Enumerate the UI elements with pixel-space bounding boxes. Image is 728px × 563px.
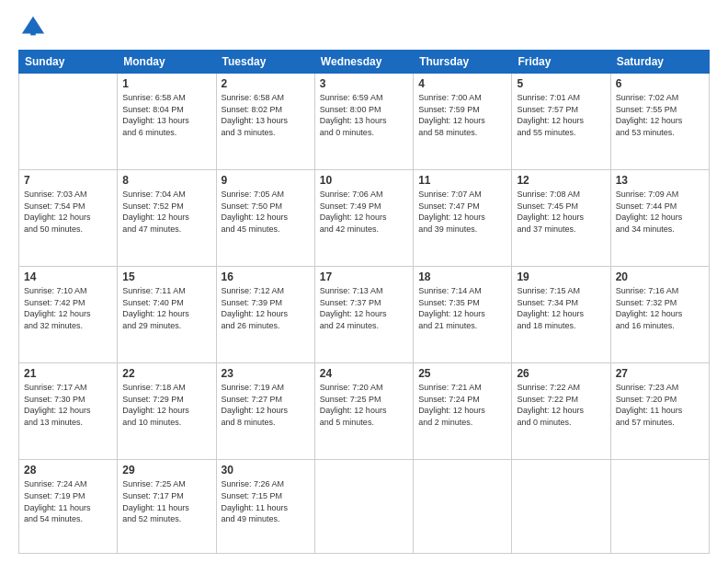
day-number: 23	[222, 367, 310, 380]
day-cell: 15Sunrise: 7:11 AM Sunset: 7:40 PM Dayli…	[118, 267, 216, 363]
day-number: 29	[122, 464, 210, 477]
day-number: 14	[24, 270, 112, 283]
day-info: Sunrise: 7:25 AM Sunset: 7:17 PM Dayligh…	[122, 478, 210, 524]
day-number: 6	[616, 77, 704, 90]
day-info: Sunrise: 7:08 AM Sunset: 7:45 PM Dayligh…	[517, 189, 605, 235]
day-cell: 30Sunrise: 7:26 AM Sunset: 7:15 PM Dayli…	[216, 460, 314, 554]
day-cell: 3Sunrise: 6:59 AM Sunset: 8:00 PM Daylig…	[314, 74, 413, 170]
day-cell: 21Sunrise: 7:17 AM Sunset: 7:30 PM Dayli…	[19, 363, 118, 460]
day-cell: 14Sunrise: 7:10 AM Sunset: 7:42 PM Dayli…	[19, 267, 118, 363]
day-info: Sunrise: 7:24 AM Sunset: 7:19 PM Dayligh…	[24, 478, 112, 524]
day-cell: 26Sunrise: 7:22 AM Sunset: 7:22 PM Dayli…	[512, 363, 610, 460]
day-number: 2	[222, 77, 310, 90]
header-cell: Thursday	[414, 51, 512, 74]
day-cell	[610, 460, 709, 554]
day-cell: 1Sunrise: 6:58 AM Sunset: 8:04 PM Daylig…	[118, 74, 216, 170]
day-cell: 18Sunrise: 7:14 AM Sunset: 7:35 PM Dayli…	[414, 267, 512, 363]
header	[18, 15, 710, 40]
day-info: Sunrise: 7:13 AM Sunset: 7:37 PM Dayligh…	[320, 285, 408, 331]
day-cell: 24Sunrise: 7:20 AM Sunset: 7:25 PM Dayli…	[314, 363, 413, 460]
day-cell: 2Sunrise: 6:58 AM Sunset: 8:02 PM Daylig…	[216, 74, 314, 170]
day-number: 3	[320, 77, 408, 90]
day-info: Sunrise: 7:23 AM Sunset: 7:20 PM Dayligh…	[616, 382, 704, 428]
day-number: 18	[418, 270, 506, 283]
day-cell: 6Sunrise: 7:02 AM Sunset: 7:55 PM Daylig…	[610, 74, 709, 170]
day-cell: 9Sunrise: 7:05 AM Sunset: 7:50 PM Daylig…	[216, 170, 314, 267]
day-info: Sunrise: 7:21 AM Sunset: 7:24 PM Dayligh…	[418, 382, 506, 428]
day-info: Sunrise: 6:58 AM Sunset: 8:04 PM Dayligh…	[122, 92, 210, 138]
header-row: SundayMondayTuesdayWednesdayThursdayFrid…	[19, 51, 710, 74]
day-info: Sunrise: 7:04 AM Sunset: 7:52 PM Dayligh…	[122, 189, 210, 235]
day-info: Sunrise: 7:20 AM Sunset: 7:25 PM Dayligh…	[320, 382, 408, 428]
day-info: Sunrise: 6:58 AM Sunset: 8:02 PM Dayligh…	[222, 92, 310, 138]
day-number: 5	[517, 77, 605, 90]
svg-rect-1	[30, 29, 36, 35]
day-cell: 7Sunrise: 7:03 AM Sunset: 7:54 PM Daylig…	[19, 170, 118, 267]
week-row: 1Sunrise: 6:58 AM Sunset: 8:04 PM Daylig…	[19, 74, 710, 170]
day-number: 19	[517, 270, 605, 283]
day-info: Sunrise: 7:05 AM Sunset: 7:50 PM Dayligh…	[222, 189, 310, 235]
week-row: 14Sunrise: 7:10 AM Sunset: 7:42 PM Dayli…	[19, 267, 710, 363]
day-number: 8	[122, 174, 210, 187]
day-number: 27	[616, 367, 704, 380]
day-number: 7	[24, 174, 112, 187]
day-number: 24	[320, 367, 408, 380]
day-number: 13	[616, 174, 704, 187]
header-cell: Sunday	[19, 51, 118, 74]
week-row: 7Sunrise: 7:03 AM Sunset: 7:54 PM Daylig…	[19, 170, 710, 267]
page: SundayMondayTuesdayWednesdayThursdayFrid…	[0, 0, 728, 563]
day-number: 11	[418, 174, 506, 187]
header-cell: Monday	[118, 51, 216, 74]
day-number: 22	[122, 367, 210, 380]
day-cell: 25Sunrise: 7:21 AM Sunset: 7:24 PM Dayli…	[414, 363, 512, 460]
week-row: 21Sunrise: 7:17 AM Sunset: 7:30 PM Dayli…	[19, 363, 710, 460]
day-number: 30	[222, 464, 310, 477]
day-cell	[512, 460, 610, 554]
day-info: Sunrise: 7:14 AM Sunset: 7:35 PM Dayligh…	[418, 285, 506, 331]
day-cell: 20Sunrise: 7:16 AM Sunset: 7:32 PM Dayli…	[610, 267, 709, 363]
day-info: Sunrise: 7:10 AM Sunset: 7:42 PM Dayligh…	[24, 285, 112, 331]
day-info: Sunrise: 7:09 AM Sunset: 7:44 PM Dayligh…	[616, 189, 704, 235]
day-info: Sunrise: 7:01 AM Sunset: 7:57 PM Dayligh…	[517, 92, 605, 138]
day-number: 16	[222, 270, 310, 283]
header-cell: Friday	[512, 51, 610, 74]
calendar-header: SundayMondayTuesdayWednesdayThursdayFrid…	[19, 51, 710, 74]
day-cell: 4Sunrise: 7:00 AM Sunset: 7:59 PM Daylig…	[414, 74, 512, 170]
day-number: 17	[320, 270, 408, 283]
day-info: Sunrise: 7:03 AM Sunset: 7:54 PM Dayligh…	[24, 189, 112, 235]
day-cell: 12Sunrise: 7:08 AM Sunset: 7:45 PM Dayli…	[512, 170, 610, 267]
day-number: 9	[222, 174, 310, 187]
day-cell	[314, 460, 413, 554]
day-cell: 13Sunrise: 7:09 AM Sunset: 7:44 PM Dayli…	[610, 170, 709, 267]
calendar-table: SundayMondayTuesdayWednesdayThursdayFrid…	[18, 50, 710, 554]
day-cell: 17Sunrise: 7:13 AM Sunset: 7:37 PM Dayli…	[314, 267, 413, 363]
day-number: 20	[616, 270, 704, 283]
day-info: Sunrise: 7:06 AM Sunset: 7:49 PM Dayligh…	[320, 189, 408, 235]
day-info: Sunrise: 7:26 AM Sunset: 7:15 PM Dayligh…	[222, 478, 310, 524]
day-number: 10	[320, 174, 408, 187]
day-info: Sunrise: 7:15 AM Sunset: 7:34 PM Dayligh…	[517, 285, 605, 331]
day-cell: 23Sunrise: 7:19 AM Sunset: 7:27 PM Dayli…	[216, 363, 314, 460]
day-cell: 8Sunrise: 7:04 AM Sunset: 7:52 PM Daylig…	[118, 170, 216, 267]
day-info: Sunrise: 7:17 AM Sunset: 7:30 PM Dayligh…	[24, 382, 112, 428]
logo-icon	[20, 15, 46, 40]
header-cell: Saturday	[610, 51, 709, 74]
week-row: 28Sunrise: 7:24 AM Sunset: 7:19 PM Dayli…	[19, 460, 710, 554]
day-cell: 11Sunrise: 7:07 AM Sunset: 7:47 PM Dayli…	[414, 170, 512, 267]
day-number: 26	[517, 367, 605, 380]
day-cell: 10Sunrise: 7:06 AM Sunset: 7:49 PM Dayli…	[314, 170, 413, 267]
day-info: Sunrise: 7:19 AM Sunset: 7:27 PM Dayligh…	[222, 382, 310, 428]
day-info: Sunrise: 7:00 AM Sunset: 7:59 PM Dayligh…	[418, 92, 506, 138]
header-cell: Wednesday	[314, 51, 413, 74]
day-cell: 16Sunrise: 7:12 AM Sunset: 7:39 PM Dayli…	[216, 267, 314, 363]
day-info: Sunrise: 7:02 AM Sunset: 7:55 PM Dayligh…	[616, 92, 704, 138]
day-cell: 28Sunrise: 7:24 AM Sunset: 7:19 PM Dayli…	[19, 460, 118, 554]
day-cell: 29Sunrise: 7:25 AM Sunset: 7:17 PM Dayli…	[118, 460, 216, 554]
day-number: 21	[24, 367, 112, 380]
day-cell: 19Sunrise: 7:15 AM Sunset: 7:34 PM Dayli…	[512, 267, 610, 363]
calendar-body: 1Sunrise: 6:58 AM Sunset: 8:04 PM Daylig…	[19, 74, 710, 554]
day-cell	[19, 74, 118, 170]
logo	[18, 15, 46, 40]
header-cell: Tuesday	[216, 51, 314, 74]
day-cell	[414, 460, 512, 554]
